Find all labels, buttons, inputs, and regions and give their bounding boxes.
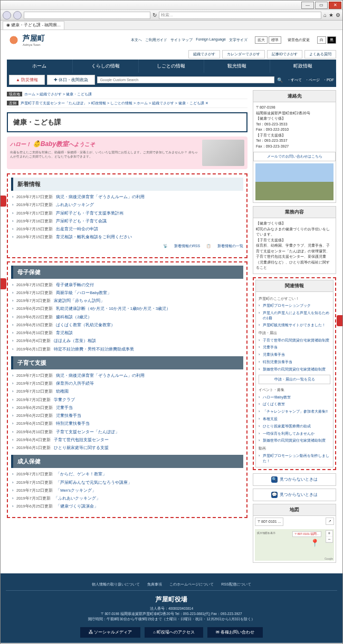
footer-link[interactable]: RSS配信について bbox=[221, 582, 251, 587]
kyujitsu-button[interactable]: ✚ 休日・夜間救急 bbox=[47, 75, 95, 85]
item-link[interactable]: ぱくぱく教室（乳幼児食教室） bbox=[56, 323, 115, 327]
top-link[interactable]: 本文へ bbox=[131, 37, 142, 43]
search-button[interactable]: 🔍 bbox=[274, 76, 285, 83]
browser-tab[interactable]: ◉ 健康・子ども課 - 福岡県... bbox=[3, 21, 64, 30]
baby-banner[interactable]: ハロー！ 👶Baby教室へようこそ 出産を控えたご夫婦を対象に、助産師・保健師・… bbox=[7, 136, 247, 169]
item-link[interactable]: 学童クラブ bbox=[54, 397, 75, 402]
address-bar[interactable] bbox=[24, 12, 150, 19]
maximize-button[interactable]: ▭ bbox=[315, 2, 328, 9]
subnav-item[interactable]: 記事IDでさがす bbox=[267, 50, 302, 58]
related-link[interactable]: 児童手当 bbox=[263, 345, 278, 349]
related-link[interactable]: 各種支援 bbox=[263, 417, 278, 421]
item-link[interactable]: 「芦屋町みんなで元気になろうや講座」 bbox=[56, 480, 132, 485]
contact-mail-link[interactable]: メールでのお問い合わせはこちら bbox=[253, 152, 336, 161]
item-link[interactable]: 子育て支援センター「たんぽぽ」 bbox=[56, 430, 119, 434]
item-link[interactable]: 芦屋町子ども・子育て会議 bbox=[56, 219, 107, 223]
related-link[interactable]: 「チャレンジキャンプ」参加者大募集!! bbox=[263, 409, 328, 413]
item-link[interactable]: 育児相談 bbox=[56, 330, 73, 335]
item-link[interactable]: ほほえみ（言葉）相談 bbox=[54, 338, 96, 343]
close-button[interactable]: ✕ bbox=[329, 2, 341, 9]
view-option[interactable]: ・すべて bbox=[287, 77, 302, 83]
top-link[interactable]: Foreign Language bbox=[196, 37, 226, 43]
subnav-item[interactable]: 組織でさがす bbox=[188, 50, 220, 58]
item-link[interactable]: ふれあいクッキング bbox=[56, 202, 94, 207]
tools-icon[interactable]: ⚙ bbox=[336, 12, 340, 18]
site-logo[interactable]: 芦屋町 Ashiya Town bbox=[7, 33, 45, 47]
view-option[interactable]: ・ページ bbox=[305, 77, 320, 83]
item-link[interactable]: 「からだ、ゲンキ！教室」 bbox=[56, 472, 107, 476]
item-link[interactable]: 特別児童扶養手当 bbox=[56, 421, 90, 426]
item-link[interactable]: 特定不妊治療費・男性不妊治療費助成事業 bbox=[54, 347, 134, 352]
rss-link[interactable]: 📡 新着情報のRSS bbox=[163, 244, 200, 248]
item-link[interactable]: 芦屋町子ども・子育て支援事業計画 bbox=[56, 211, 123, 216]
item-link[interactable]: 家庭訪問「赤ちゃん訪問」 bbox=[54, 298, 104, 303]
zoom-in-button[interactable]: + bbox=[326, 531, 332, 536]
related-link[interactable]: 子育て世帯の民間賃貸住宅家賃補助制度 bbox=[263, 338, 329, 342]
item-link[interactable]: ひとり親家庭等に関する支援 bbox=[54, 445, 109, 450]
size-button[interactable]: 拡大 bbox=[255, 36, 268, 44]
subnav-item[interactable]: カレンダーでさがす bbox=[222, 50, 265, 58]
related-link[interactable]: ひとり親家庭等医療費の助成 bbox=[263, 424, 311, 428]
view-option[interactable]: ・PDF bbox=[323, 77, 334, 83]
item-link[interactable]: 児童扶養手当 bbox=[56, 413, 81, 418]
browser-search[interactable]: 検索... bbox=[159, 12, 321, 19]
item-link[interactable]: 「ふれあいクッキング」 bbox=[54, 496, 100, 501]
item-link[interactable]: 歯科相談（2歳児） bbox=[56, 315, 92, 319]
item-link[interactable]: 子育て世代包括支援センター bbox=[54, 437, 109, 442]
footer-link[interactable]: 免責事項 bbox=[147, 582, 162, 587]
gnav-item[interactable]: ホーム bbox=[7, 60, 73, 73]
item-link[interactable]: 児童手当 bbox=[56, 405, 73, 410]
gnav-item[interactable]: 町政情報 bbox=[270, 60, 336, 73]
item-link[interactable]: 出産育児一時金の申請 bbox=[56, 227, 98, 231]
gnav-item[interactable]: 観光情報 bbox=[204, 60, 270, 73]
top-link[interactable]: 文字サイズ bbox=[229, 37, 247, 43]
notfound-button-2[interactable]: 💬見つからないときは bbox=[253, 489, 336, 501]
zoom-out-button[interactable]: − bbox=[326, 536, 332, 542]
favorites-icon[interactable]: ★ bbox=[329, 12, 334, 18]
item-link[interactable]: 「Men'sクッキング」 bbox=[56, 488, 96, 493]
item-link[interactable]: 病児・病後児保育室「ぞうさんルーム」の利用 bbox=[56, 194, 145, 199]
item-link[interactable]: 保育所の入所手続等 bbox=[56, 381, 94, 386]
subnav-item[interactable]: よくある質問 bbox=[304, 50, 336, 58]
bousai-button[interactable]: ▲ 防災情報 bbox=[9, 75, 45, 85]
forward-button[interactable] bbox=[13, 11, 22, 19]
item-link[interactable]: 病児・病後児保育室「ぞうさんルーム」の利用 bbox=[56, 373, 145, 378]
related-link[interactable]: 新婚世帯の民間賃貸住宅家賃補助制度 bbox=[263, 367, 326, 371]
footer-link[interactable]: このホームページについて bbox=[169, 582, 214, 587]
gnav-item[interactable]: くらしの情報 bbox=[73, 60, 139, 73]
item-link[interactable]: 幼稚園 bbox=[56, 389, 69, 394]
related-link[interactable]: 芦屋町プロモーション動画を制作しました！ bbox=[263, 454, 329, 463]
related-more-button[interactable]: 申請・届出の一覧を見る bbox=[259, 375, 330, 385]
item-link[interactable]: 両親学級「ハローBaby教室」 bbox=[56, 290, 111, 295]
home-icon[interactable]: ⌂ bbox=[323, 12, 327, 18]
related-link[interactable]: 特別児童扶養手当 bbox=[263, 360, 292, 364]
related-link[interactable]: 芦屋町観光情報サイトができました！ bbox=[263, 323, 326, 327]
back-button[interactable] bbox=[3, 11, 11, 19]
related-link[interactable]: 一時保育を利用してみませんか bbox=[263, 432, 315, 435]
item-link[interactable]: 「健康づくり講演会」 bbox=[56, 504, 98, 509]
footer-link[interactable]: 個人情報の取り扱いについて bbox=[92, 582, 140, 587]
map-canvas[interactable]: 拡大地図を表示 📍 〒807-0101 福岡... + − Google bbox=[255, 529, 334, 561]
related-link[interactable]: 芦屋人の芦屋人による芦屋人を知るための1冊 bbox=[263, 311, 329, 320]
list-all-link[interactable]: 📋 新着情報の一覧 bbox=[206, 244, 243, 248]
gnav-item[interactable]: しごとの情報 bbox=[139, 60, 205, 73]
map-layer-toggle[interactable]: 拡大地図を表示 bbox=[257, 531, 275, 534]
map-directions-icon[interactable]: ↗ bbox=[326, 518, 334, 525]
footer-button[interactable]: ✉ 各種お問い合わせ bbox=[207, 627, 263, 638]
item-link[interactable]: 育児相談・離乳食相談をご利用ください bbox=[56, 235, 132, 239]
footer-button[interactable]: ⌂ 町役場へのアクセス bbox=[145, 627, 203, 638]
related-link[interactable]: 芦屋町プロモーションブック bbox=[263, 304, 311, 307]
item-link[interactable]: 母子健康手帳の交付 bbox=[56, 282, 94, 287]
top-link[interactable]: サイトマップ bbox=[170, 37, 193, 43]
related-link[interactable]: 新婚世帯の民間賃貸住宅家賃補助制度 bbox=[263, 438, 326, 442]
related-link[interactable]: ハロー!Baby教室 bbox=[263, 395, 291, 399]
related-link[interactable]: ぱくぱく教室 bbox=[263, 402, 285, 406]
minimize-button[interactable]: — bbox=[301, 2, 314, 9]
item-link[interactable]: 乳幼児健康診断（4か月児・10か月児・1歳6か月児・3歳児） bbox=[56, 306, 170, 311]
size-button[interactable]: 標準 bbox=[269, 36, 281, 44]
bg-black[interactable]: 黒 bbox=[327, 36, 336, 44]
related-link[interactable]: 児童扶養手当 bbox=[263, 353, 285, 356]
refresh-icon[interactable]: ↻ bbox=[153, 12, 157, 18]
footer-button[interactable]: ⁂ ソーシャルメディア bbox=[80, 627, 140, 638]
notfound-button-1[interactable]: 🔍見つからないときは bbox=[253, 473, 336, 486]
